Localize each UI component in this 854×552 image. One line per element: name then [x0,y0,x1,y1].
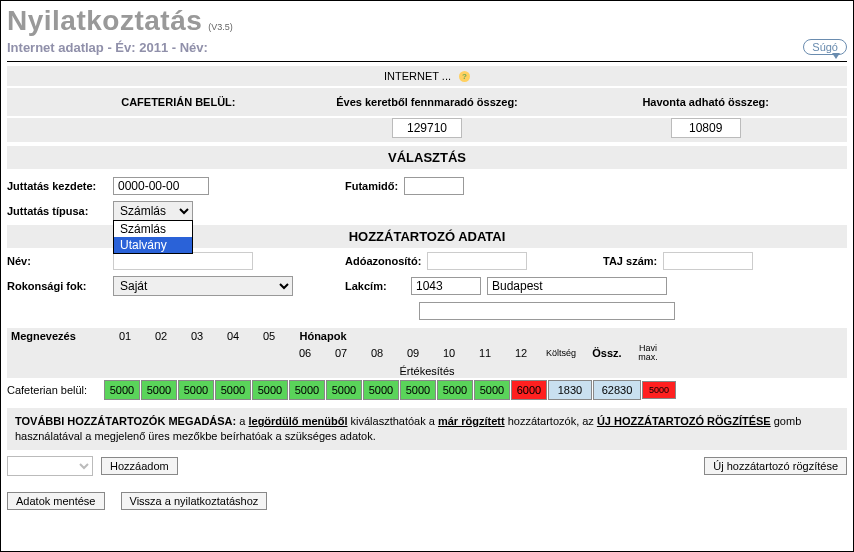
month-08: 08 [359,347,395,359]
taj-value [663,252,753,270]
col-sum: Össz. [583,347,631,359]
relative-select[interactable] [7,456,93,476]
address-label: Lakcím: [345,280,405,292]
taxid-label: Adóazonosító: [345,255,421,267]
speech-tail-icon [832,53,840,59]
section-select: VÁLASZTÁS [7,146,847,169]
note-lead: TOVÁBBI HOZZÁTARTOZÓK MEGADÁSA: [15,415,236,427]
internet-label: INTERNET ... [384,70,451,82]
monthly-value: 10809 [671,118,741,138]
amount-headers: CAFETERIÁN BELÜL: Éves keretből fennmara… [7,88,847,116]
month-01: 01 [107,330,143,342]
subtitle: Internet adatlap - Év: 2011 - Név: [7,40,208,55]
cell-10[interactable]: 5000 [437,380,473,400]
remaining-value: 129710 [392,118,462,138]
col-cost: Költség [539,348,583,358]
address-zip-input[interactable] [411,277,481,295]
address-street-input[interactable] [419,302,675,320]
monthly-label: Havonta adható összeg: [570,92,841,112]
cell-12[interactable]: 6000 [511,380,547,400]
remaining-label: Éves keretből fennmaradó összeg: [292,92,563,112]
cell-08[interactable]: 5000 [363,380,399,400]
type-option-szamlas[interactable]: Számlás [114,221,192,237]
cell-sum: 62830 [593,380,641,400]
question-icon[interactable]: ? [459,71,470,82]
runtime-input[interactable] [404,177,464,195]
cell-02[interactable]: 5000 [141,380,177,400]
taj-label: TAJ szám: [603,255,657,267]
page-title: Nyilatkoztatás [7,5,202,37]
name-value [113,252,253,270]
new-relative-button[interactable]: Új hozzátartozó rögzítése [704,457,847,475]
data-row: Cafeterian belül: 5000 5000 5000 5000 50… [7,380,847,400]
col-megnevezes: Megnevezés [11,330,107,342]
internet-row: INTERNET ... ? [7,66,847,86]
cell-06[interactable]: 5000 [289,380,325,400]
help-button[interactable]: Súgó [803,39,847,55]
month-05: 05 [251,330,287,342]
cell-09[interactable]: 5000 [400,380,436,400]
save-button[interactable]: Adatok mentése [7,492,105,510]
type-dropdown: Számlás Utalvány [113,220,193,254]
row-label: Cafeterian belül: [7,384,103,396]
month-06: 06 [287,347,323,359]
cell-01[interactable]: 5000 [104,380,140,400]
ertekesites-label: Értékesítés [399,365,454,377]
month-11: 11 [467,347,503,359]
taxid-value [427,252,527,270]
months-header2: 06 07 08 09 10 11 12 Költség Össz. Havi … [7,344,847,364]
kinship-select[interactable]: Saját [113,276,293,296]
cafeteria-inside-label: CAFETERIÁN BELÜL: [13,92,284,112]
month-09: 09 [395,347,431,359]
divider [7,61,847,62]
months-title: Hónapok [287,330,359,342]
type-option-utalvany[interactable]: Utalvány [114,237,192,253]
cell-11[interactable]: 5000 [474,380,510,400]
cell-cost: 1830 [548,380,592,400]
month-03: 03 [179,330,215,342]
address-city-input[interactable] [487,277,667,295]
month-04: 04 [215,330,251,342]
back-button[interactable]: Vissza a nyilatkoztatáshoz [121,492,268,510]
cell-05[interactable]: 5000 [252,380,288,400]
cell-07[interactable]: 5000 [326,380,362,400]
months-header: Megnevezés 01 02 03 04 05 Hónapok [7,328,847,344]
version-label: (V3.5) [208,22,233,32]
name-label: Név: [7,255,107,267]
col-havi: Havi max. [631,344,665,362]
runtime-label: Futamidő: [345,180,398,192]
cell-havi: 5000 [642,381,676,399]
type-select[interactable]: Számlás [113,201,193,221]
month-02: 02 [143,330,179,342]
cell-04[interactable]: 5000 [215,380,251,400]
amount-values: 129710 10809 [7,118,847,142]
cell-03[interactable]: 5000 [178,380,214,400]
type-label: Juttatás típusa: [7,205,107,217]
kinship-label: Rokonsági fok: [7,280,107,292]
val-label-row: Értékesítés [7,364,847,378]
note-band: TOVÁBBI HOZZÁTARTOZÓK MEGADÁSA: a legörd… [7,408,847,450]
month-12: 12 [503,347,539,359]
start-label: Juttatás kezdete: [7,180,107,192]
help-label: Súgó [812,41,838,53]
add-button[interactable]: Hozzáadom [101,457,178,475]
month-07: 07 [323,347,359,359]
start-input[interactable] [113,177,209,195]
month-10: 10 [431,347,467,359]
